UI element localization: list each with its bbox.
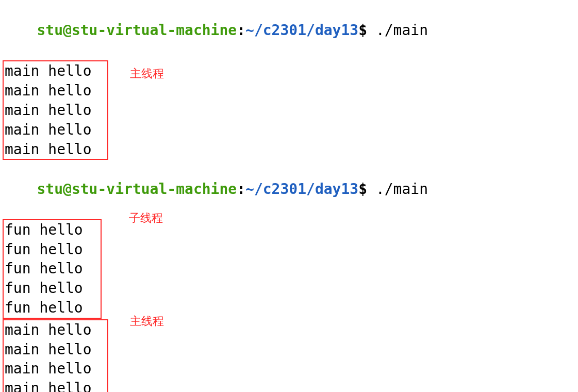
output-line: main hello bbox=[4, 379, 107, 392]
output-line: main hello bbox=[4, 120, 107, 140]
prompt-dollar: $ bbox=[358, 181, 367, 198]
output-line: main hello bbox=[4, 320, 107, 340]
prompt-host: stu-virtual-machine bbox=[72, 22, 237, 39]
prompt-user: stu bbox=[37, 22, 63, 39]
prompt-line-2: stu@stu-virtual-machine:~/c2301/day13$ .… bbox=[2, 160, 576, 218]
annotation-main-thread-1: 主线程 bbox=[130, 66, 164, 81]
annotation-main-thread-2: 主线程 bbox=[130, 314, 164, 329]
prompt-dollar: $ bbox=[358, 22, 367, 39]
annotation-child-thread: 子线程 bbox=[129, 210, 163, 226]
terminal-output: stu@stu-virtual-machine:~/c2301/day13$ .… bbox=[0, 0, 578, 392]
output-box-main-2: main hello main hello main hello main he… bbox=[3, 319, 108, 392]
prompt-line-1: stu@stu-virtual-machine:~/c2301/day13$ .… bbox=[2, 1, 576, 59]
output-line: fun hello bbox=[4, 259, 101, 279]
prompt-colon: : bbox=[237, 22, 245, 39]
output-line: main hello bbox=[4, 340, 107, 360]
prompt-command: ./main bbox=[367, 22, 428, 39]
output-box-fun: fun hello fun hello fun hello fun hello … bbox=[3, 219, 102, 319]
prompt-path: ~/c2301/day13 bbox=[245, 181, 358, 198]
prompt-user: stu bbox=[37, 181, 63, 198]
output-line: fun hello bbox=[4, 220, 101, 240]
prompt-path: ~/c2301/day13 bbox=[245, 22, 358, 39]
output-line: main hello bbox=[4, 359, 107, 379]
output-line: main hello bbox=[4, 61, 107, 81]
output-line: main hello bbox=[4, 81, 107, 101]
prompt-command: ./main bbox=[367, 181, 428, 198]
prompt-colon: : bbox=[237, 181, 245, 198]
output-line: fun hello bbox=[4, 279, 101, 298]
prompt-at: @ bbox=[63, 22, 72, 39]
prompt-host: stu-virtual-machine bbox=[72, 181, 237, 198]
output-line: fun hello bbox=[4, 298, 101, 318]
output-line: main hello bbox=[4, 101, 107, 120]
output-line: main hello bbox=[4, 140, 107, 159]
output-line: fun hello bbox=[4, 240, 101, 259]
output-box-main-1: main hello main hello main hello main he… bbox=[3, 60, 108, 160]
prompt-at: @ bbox=[63, 181, 72, 198]
